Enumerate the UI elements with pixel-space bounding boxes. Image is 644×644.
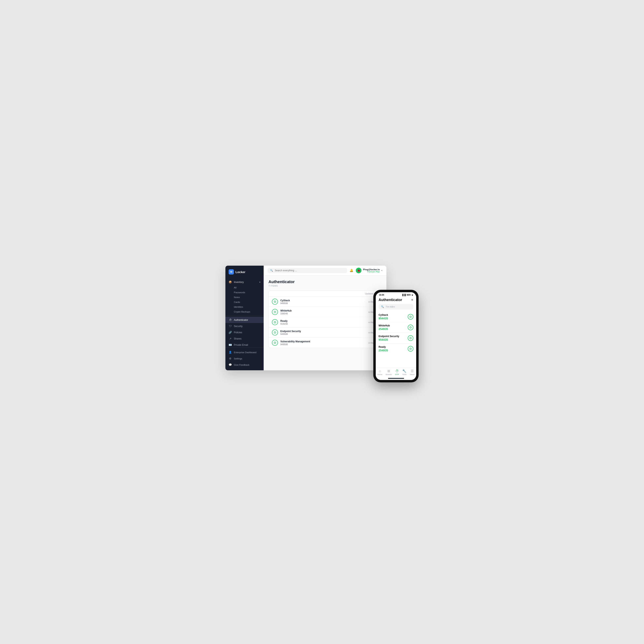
topbar: 🔍 🔔 🐞 Ping@locker.io Premium Plan ▾ [264,266,386,276]
private-email-icon: 📧 [229,343,232,346]
table-header: Updated time [269,291,381,297]
row-otp-icon [272,319,278,325]
phone-nav-menu[interactable]: ☰ Menu [410,369,415,376]
row-info: Ready 919156 [280,320,354,325]
sidebar-item-inventory[interactable]: 📦 Inventory ▾ [225,279,264,285]
sidebar-nav: 📦 Inventory ▾ All Passwords Notes Cards … [225,278,264,347]
search-icon: 🔍 [270,269,273,272]
app-logo[interactable]: W Locker [225,266,264,278]
phone-item-name: Endpoint Security [379,335,408,338]
phone-item-code: 954435 [379,317,408,320]
wifi-icon: WiFi [407,294,411,296]
phone-nav-browse[interactable]: ⊞ Browse [386,369,392,376]
table-rows-container: CyStack 949508 a day ago WhiteHub 338548… [269,297,381,348]
table-row[interactable]: WhiteHub 338548 a day ago [269,307,381,317]
row-code: 919156 [280,323,354,325]
tools-nav-label: Tools [402,374,407,376]
phone-item-code: 254935 [379,349,408,352]
row-code: 949508 [280,302,354,304]
row-info: WhiteHub 338548 [280,309,354,315]
phone-item-code: 954435 [379,338,408,341]
private-email-label: Private Email [234,344,248,346]
battery-icon: ■ [412,294,413,296]
feedback-icon: 💬 [229,363,232,366]
browse-nav-icon: ⊞ [387,369,390,373]
user-info: Ping@locker.io Premium Plan [363,268,380,273]
phone-list-item[interactable]: Endpoint Security 954435 [379,333,413,344]
user-menu[interactable]: 🐞 Ping@locker.io Premium Plan ▾ [356,268,382,273]
sidebar-item-settings[interactable]: ⚙ Settings [225,355,264,362]
settings-icon: ⚙ [229,357,232,360]
phone-screen: 16:04 ▐▐▐ WiFi ■ Authenticator + 🔍 Tìm k… [376,292,416,380]
row-otp-icon [272,299,278,305]
page-subtitle: 7 ITEMS [268,285,382,287]
sidebar-item-enterprise[interactable]: 👤 Enterprise Dashboard [225,349,264,355]
phone-search-placeholder: Tìm kiếm [386,305,395,308]
user-avatar: 🐞 [356,268,361,273]
phone-add-button[interactable]: + [411,298,413,302]
sidebar-sub-crypto[interactable]: Crypto Backups [225,309,264,314]
tools-nav-icon: 🔧 [402,369,406,373]
sidebar-item-shares[interactable]: ↗ Shares [225,335,264,342]
search-box[interactable]: 🔍 [268,268,347,273]
sidebar-sub-passwords[interactable]: Passwords [225,290,264,295]
sidebar-sub-notes[interactable]: Notes [225,295,264,300]
menu-nav-label: Menu [410,374,415,376]
page-title: Authenticator [268,280,382,284]
sidebar-item-private-email[interactable]: 📧 Private Email [225,342,264,347]
menu-nav-icon: ☰ [411,369,414,373]
row-otp-icon [272,340,278,346]
sidebar-bottom: 👤 Enterprise Dashboard ⚙ Settings 💬 Give… [225,347,264,370]
row-otp-icon [272,329,278,335]
sidebar-item-policies[interactable]: 🔗 Policies [225,329,264,335]
sidebar-item-security[interactable]: 🛡 Security [225,323,264,329]
phone-item-name: Ready [379,346,408,348]
row-code: 949508 [280,343,354,346]
phone-item-name: WhiteHub [379,324,408,327]
feedback-label: Give Feedback [234,364,249,366]
authenticator-icon: ⏱ [229,318,232,321]
table-row[interactable]: Ready 919156 a day ago [269,317,381,327]
enterprise-icon: 👤 [229,351,232,354]
settings-label: Settings [234,357,242,360]
home-bar [388,378,404,379]
phone-item-otp-icon [408,346,413,352]
otp-nav-label: OTP [395,374,399,376]
phone-nav-tools[interactable]: 🔧 Tools [402,369,407,376]
phone-item-otp-icon [408,335,413,341]
row-info: CyStack 949508 [280,299,354,304]
bell-icon[interactable]: 🔔 [350,269,353,272]
browse-nav-label: Browse [386,374,392,376]
phone-nav-home[interactable]: ⌂ Home [377,369,382,376]
phone-list-item[interactable]: Ready 254935 [379,344,413,354]
phone-mockup: 16:04 ▐▐▐ WiFi ■ Authenticator + 🔍 Tìm k… [373,290,419,382]
page-area: Authenticator 7 ITEMS Updated time CySta… [264,276,386,370]
phone-item-info: CyStack 954435 [379,314,408,320]
authenticator-label: Authenticator [234,319,248,321]
logo-icon: W [229,269,234,275]
security-label: Security [234,325,243,328]
inventory-label: Inventory [234,281,244,284]
row-code: 949508 [280,333,354,335]
shares-icon: ↗ [229,337,232,340]
search-input[interactable] [275,269,345,272]
phone-nav-otp[interactable]: ⏱ OTP [395,369,399,376]
phone-search[interactable]: 🔍 Tìm kiếm [379,304,413,310]
phone-item-info: WhiteHub 254935 [379,324,408,331]
home-nav-icon: ⌂ [379,369,381,373]
table-row[interactable]: CyStack 949508 a day ago [269,297,381,307]
sidebar-sub-identities[interactable]: Identities [225,304,264,309]
home-nav-label: Home [377,374,382,376]
table-row[interactable]: Endpoint Security 949508 a day ago [269,327,381,338]
sidebar-item-authenticator[interactable]: ⏱ Authenticator [225,317,264,323]
logo-text: Locker [235,270,245,274]
table-row[interactable]: Vulnerability Management 949508 a day ag… [269,338,381,348]
sidebar-sub-all[interactable]: All [225,285,264,290]
sidebar-item-feedback[interactable]: 💬 Give Feedback [225,362,264,368]
sidebar-sub-cards[interactable]: Cards [225,300,264,304]
phone-time: 16:04 [379,294,384,296]
phone-list-item[interactable]: CyStack 954435 [379,312,413,322]
authenticator-table: Updated time CyStack 949508 a day ago [268,291,382,348]
phone-list-item[interactable]: WhiteHub 254935 [379,322,413,333]
statusbar-icons: ▐▐▐ WiFi ■ [402,294,413,296]
